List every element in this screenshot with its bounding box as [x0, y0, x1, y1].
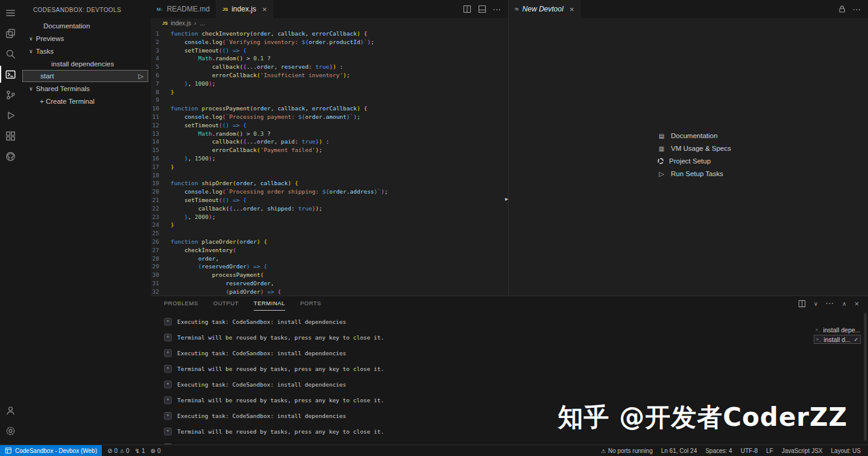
files-icon[interactable] — [0, 23, 21, 43]
terminal-icon[interactable] — [0, 64, 21, 84]
sidebar-item-install-dependencies[interactable]: install dependencies — [21, 57, 151, 70]
task-badge-icon — [164, 349, 172, 357]
code-line: 8} — [151, 88, 508, 97]
menu-icon[interactable] — [0, 2, 21, 23]
chevron-down-icon[interactable] — [814, 300, 818, 307]
line-number: 21 — [151, 196, 171, 204]
editor-split-handle-icon[interactable] — [505, 195, 508, 202]
keyboard-layout-status[interactable]: Layout: US — [831, 448, 861, 454]
close-tab-icon[interactable] — [570, 5, 574, 14]
ports-status[interactable]: No ports running — [601, 448, 653, 454]
bolt-icon — [135, 448, 140, 454]
more-actions-icon[interactable] — [853, 4, 861, 14]
warning-icon — [601, 448, 606, 454]
sidebar-item-create-terminal[interactable]: + Create Terminal — [21, 95, 151, 107]
line-number: 4 — [151, 54, 171, 63]
more-actions-icon[interactable] — [493, 4, 502, 14]
devtool-menu-documentation[interactable]: Documentation — [658, 131, 731, 140]
indentation-status[interactable]: Spaces: 4 — [705, 448, 732, 454]
code-line: 23 }, 2000); — [151, 213, 508, 221]
code-line: 7 }, 1000); — [151, 80, 508, 88]
split-terminal-icon[interactable] — [798, 300, 806, 308]
editor-group-left: README.md index.js index.js … — [151, 0, 508, 296]
maximize-panel-icon[interactable] — [842, 300, 846, 307]
panel-scrollbar[interactable] — [864, 313, 867, 441]
sidebar-item-label: install dependencies — [51, 60, 114, 68]
sidebar-item-start[interactable]: start — [22, 70, 148, 82]
run-task-play-icon[interactable] — [139, 72, 148, 80]
cursor-position-status[interactable]: Ln 61, Col 24 — [661, 448, 697, 454]
account-icon[interactable] — [0, 400, 21, 420]
line-number: 25 — [151, 229, 171, 238]
terminal-line: Executing task: CodeSandbox: install dep… — [164, 314, 808, 330]
breadcrumb[interactable]: index.js … — [151, 18, 508, 28]
more-actions-icon[interactable] — [826, 300, 834, 307]
menu-item-label: Documentation — [671, 132, 717, 139]
panel-body: Executing task: CodeSandbox: install dep… — [151, 311, 868, 445]
sidebar-item-label: + Create Terminal — [40, 98, 95, 105]
tab-ports[interactable]: PORTS — [300, 296, 321, 311]
editor-tabbar: README.md index.js — [151, 0, 508, 18]
terminal-line: Terminal will be reused by tasks, press … — [164, 392, 808, 408]
close-tab-icon[interactable] — [262, 5, 267, 14]
problems-status[interactable]: 0 0 — [107, 448, 130, 454]
devtool-menu-vm-usage[interactable]: VM Usage & Specs — [658, 144, 731, 153]
breadcrumb-file[interactable]: index.js — [171, 20, 191, 27]
terminal-output[interactable]: Executing task: CodeSandbox: install dep… — [164, 314, 808, 442]
line-number: 23 — [151, 213, 171, 221]
tab-index-js[interactable]: index.js — [216, 0, 273, 18]
sidebar-item-tasks[interactable]: Tasks — [21, 45, 151, 57]
sidebar-item-previews[interactable]: Previews — [21, 32, 151, 45]
settings-gear-icon[interactable] — [0, 420, 21, 441]
line-number: 20 — [151, 188, 171, 196]
extensions-icon[interactable] — [0, 125, 21, 146]
source-control-icon[interactable] — [0, 84, 21, 105]
language-mode-status[interactable]: JavaScript JSX — [782, 448, 823, 454]
split-editor-icon[interactable] — [463, 5, 471, 13]
search-icon[interactable] — [0, 43, 21, 64]
code-line: 13 Math.random() > 0.3 ? — [151, 130, 508, 138]
eol-status[interactable]: LF — [766, 448, 773, 454]
editor-actions — [463, 0, 508, 18]
terminal-task-item[interactable]: install d... — [814, 335, 861, 344]
documentation-icon — [658, 133, 665, 139]
terminal-line-text: Terminal will be reused by tasks, press … — [177, 334, 384, 341]
sidebar-item-shared-terminals[interactable]: Shared Terminals — [21, 82, 151, 95]
tab-output[interactable]: OUTPUT — [213, 296, 239, 311]
code-editor[interactable]: 1function checkInventory(order, callback… — [151, 28, 508, 296]
code-line: 27 checkInventory( — [151, 246, 508, 255]
terminal-mini-icon — [816, 328, 820, 332]
sidebar-item-documentation[interactable]: Documentation — [21, 19, 151, 32]
devtool-menu-run-setup-tasks[interactable]: Run Setup Tasks — [658, 169, 731, 178]
javascript-file-icon — [222, 7, 228, 12]
remote-indicator[interactable]: CodeSandbox - Devbox (Web) — [0, 445, 102, 456]
encoding-status[interactable]: UTF-8 — [741, 448, 758, 454]
tab-problems[interactable]: PROBLEMS — [164, 296, 198, 311]
sidebar-title: CODESANDBOX: DEVTOOLS — [21, 0, 151, 19]
run-debug-icon[interactable] — [0, 105, 21, 125]
devtool-menu-project-setup[interactable]: Project Setup — [658, 157, 731, 165]
bolt-status[interactable]: 1 — [135, 448, 145, 454]
terminal-task-item[interactable]: install depe... — [814, 325, 861, 334]
activity-bar-top — [0, 2, 21, 166]
close-panel-icon[interactable] — [854, 299, 859, 308]
code-line: 24} — [151, 221, 508, 229]
tab-label: New Devtool — [523, 5, 564, 13]
github-icon[interactable] — [0, 146, 21, 166]
customize-layout-icon[interactable] — [478, 5, 486, 13]
javascript-file-icon — [162, 21, 168, 26]
bolt-count: 1 — [142, 448, 145, 454]
ports-label: No ports running — [608, 448, 653, 454]
breadcrumb-symbol[interactable]: … — [199, 20, 205, 27]
activity-bar-bottom — [0, 400, 21, 441]
tab-new-devtool[interactable]: New Devtool — [509, 0, 580, 18]
line-number: 5 — [151, 63, 171, 71]
chevron-down-icon — [29, 86, 33, 92]
code-line: 14 callback({...order, paid: true}) : — [151, 138, 508, 146]
tab-terminal[interactable]: TERMINAL — [254, 296, 285, 311]
lock-icon[interactable] — [838, 5, 846, 13]
tab-readme-md[interactable]: README.md — [151, 0, 216, 18]
notifications-status[interactable]: 0 — [151, 448, 161, 454]
line-number: 17 — [151, 163, 171, 171]
line-number: 22 — [151, 204, 171, 213]
